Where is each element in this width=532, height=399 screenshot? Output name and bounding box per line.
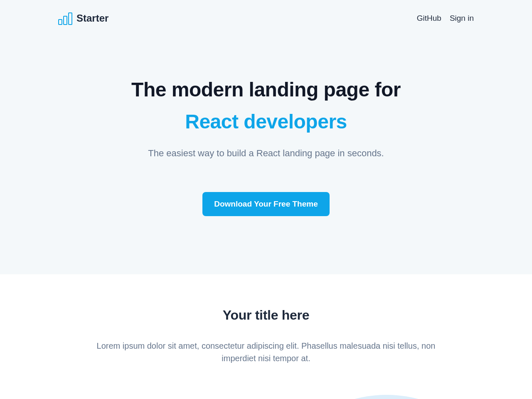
hero-title-line1: The modern landing page for — [0, 78, 532, 101]
hero-title-highlight: React developers — [0, 110, 532, 133]
site-header: Starter GitHub Sign in — [0, 0, 532, 25]
brand-name: Starter — [76, 12, 108, 24]
header-nav: GitHub Sign in — [417, 14, 474, 23]
hero-section: Starter GitHub Sign in The modern landin… — [0, 0, 532, 274]
hero-content: The modern landing page for React develo… — [0, 25, 532, 216]
decorative-circle — [262, 395, 511, 399]
section-description: Lorem ipsum dolor sit amet, consectetur … — [96, 340, 436, 365]
features-section: Your title here Lorem ipsum dolor sit am… — [0, 274, 532, 399]
nav-link-github[interactable]: GitHub — [417, 14, 441, 23]
bar-chart-icon — [58, 12, 73, 25]
hero-subtitle: The easiest way to build a React landing… — [0, 148, 532, 159]
brand-logo[interactable]: Starter — [58, 12, 108, 25]
download-button[interactable]: Download Your Free Theme — [202, 192, 330, 216]
section-title: Your title here — [0, 308, 532, 323]
nav-link-signin[interactable]: Sign in — [450, 14, 474, 23]
